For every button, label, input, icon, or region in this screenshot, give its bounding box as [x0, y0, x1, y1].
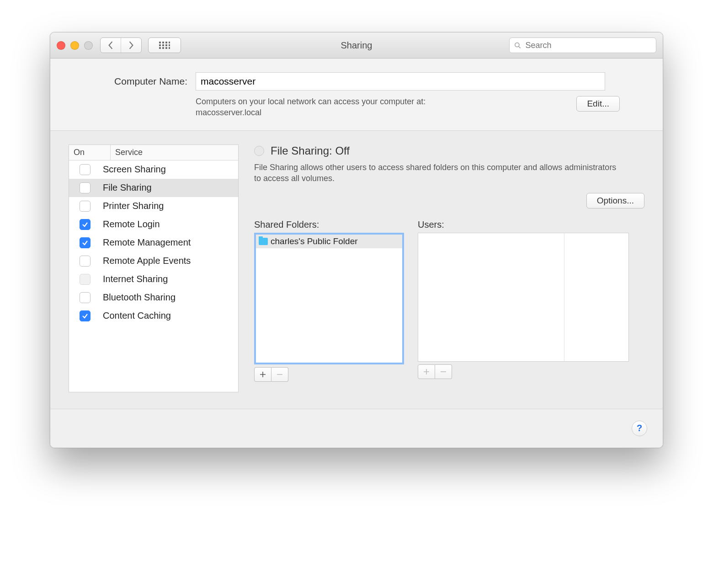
service-label: Bluetooth Sharing — [101, 292, 238, 303]
service-row[interactable]: Remote Apple Events — [69, 252, 238, 270]
svg-rect-11 — [169, 47, 170, 49]
minus-icon — [440, 368, 447, 375]
options-button[interactable]: Options... — [586, 193, 644, 208]
svg-rect-9 — [162, 47, 164, 49]
service-label: Remote Login — [101, 219, 238, 230]
nav-back-forward — [100, 37, 142, 53]
svg-rect-4 — [159, 44, 161, 46]
service-checkbox[interactable] — [80, 292, 90, 303]
service-detail: File Sharing: Off File Sharing allows ot… — [254, 144, 644, 392]
edit-computer-name-button[interactable]: Edit... — [576, 96, 620, 112]
service-label: File Sharing — [101, 182, 238, 193]
check-icon — [82, 240, 88, 246]
service-label: Printer Sharing — [101, 201, 238, 211]
service-row[interactable]: Internet Sharing — [69, 270, 238, 289]
service-row[interactable]: Remote Management — [69, 234, 238, 252]
grid-icon — [159, 42, 170, 49]
service-row[interactable]: Content Caching — [69, 307, 238, 325]
chevron-left-icon — [107, 41, 114, 49]
service-checkbox[interactable] — [80, 237, 90, 248]
status-description: File Sharing allows other users to acces… — [254, 162, 620, 184]
svg-rect-6 — [165, 44, 167, 46]
svg-rect-5 — [162, 44, 164, 46]
svg-rect-2 — [165, 42, 167, 43]
service-label: Remote Management — [101, 237, 238, 248]
svg-rect-7 — [169, 44, 170, 46]
service-header-on: On — [69, 145, 111, 160]
service-label: Remote Apple Events — [101, 256, 238, 266]
window-controls — [57, 41, 93, 50]
service-checkbox[interactable] — [80, 201, 90, 212]
svg-rect-1 — [162, 42, 164, 43]
show-all-button[interactable] — [148, 37, 181, 53]
titlebar: Sharing — [50, 32, 663, 59]
minus-icon — [276, 371, 283, 378]
svg-rect-8 — [159, 47, 161, 49]
users-column: Users: — [418, 219, 629, 382]
add-shared-folder-button[interactable] — [254, 367, 271, 382]
service-header-service: Service — [111, 145, 238, 160]
sharing-window: Sharing Computer Name: Computers on your… — [50, 32, 663, 448]
check-icon — [82, 313, 88, 319]
service-row[interactable]: Screen Sharing — [69, 160, 238, 179]
svg-rect-10 — [165, 47, 167, 49]
status-title: File Sharing: Off — [271, 144, 350, 157]
nav-back-button[interactable] — [101, 38, 121, 53]
svg-point-12 — [515, 43, 519, 47]
computer-name-section: Computer Name: Computers on your local n… — [50, 59, 663, 131]
status-indicator-icon — [254, 146, 264, 156]
zoom-window-button — [84, 41, 93, 50]
computer-name-description: Computers on your local network can acce… — [196, 96, 543, 118]
close-window-button[interactable] — [57, 41, 65, 50]
add-user-button[interactable] — [418, 364, 435, 379]
chevron-right-icon — [128, 41, 134, 49]
footer: ? — [50, 409, 663, 448]
service-list: On Service Screen SharingFile SharingPri… — [69, 144, 239, 392]
shared-folder-row[interactable]: charles's Public Folder — [256, 235, 402, 248]
service-checkbox — [80, 274, 90, 285]
service-row[interactable]: Printer Sharing — [69, 197, 238, 215]
svg-rect-3 — [169, 42, 170, 43]
users-list[interactable] — [418, 233, 629, 362]
minimize-window-button[interactable] — [70, 41, 79, 50]
check-icon — [82, 221, 88, 228]
svg-rect-0 — [159, 42, 161, 43]
service-row[interactable]: Bluetooth Sharing — [69, 289, 238, 307]
plus-icon — [259, 371, 266, 378]
service-checkbox[interactable] — [80, 182, 90, 193]
help-button[interactable]: ? — [632, 421, 647, 436]
service-row[interactable]: Remote Login — [69, 215, 238, 234]
service-checkbox[interactable] — [80, 219, 90, 230]
folder-icon — [259, 238, 268, 245]
main-section: On Service Screen SharingFile SharingPri… — [50, 131, 663, 409]
computer-name-label: Computer Name: — [69, 76, 187, 87]
service-checkbox[interactable] — [80, 164, 90, 175]
search-icon — [514, 42, 521, 49]
shared-folders-label: Shared Folders: — [254, 219, 404, 230]
service-label: Content Caching — [101, 310, 238, 321]
service-checkbox[interactable] — [80, 310, 90, 321]
users-label: Users: — [418, 219, 629, 230]
remove-shared-folder-button[interactable] — [271, 367, 288, 382]
search-field-container[interactable] — [509, 37, 656, 53]
service-checkbox[interactable] — [80, 256, 90, 267]
shared-folders-column: Shared Folders: charles's Public Folder — [254, 219, 404, 382]
plus-icon — [423, 368, 430, 375]
service-label: Internet Sharing — [101, 274, 238, 284]
computer-name-input[interactable] — [196, 72, 605, 91]
svg-line-13 — [519, 47, 521, 48]
search-input[interactable] — [525, 40, 651, 51]
shared-folder-name: charles's Public Folder — [271, 236, 358, 246]
remove-user-button[interactable] — [435, 364, 452, 379]
service-list-header: On Service — [69, 145, 238, 160]
shared-folders-list[interactable]: charles's Public Folder — [254, 233, 404, 364]
service-label: Screen Sharing — [101, 164, 238, 175]
service-row[interactable]: File Sharing — [69, 179, 238, 197]
nav-forward-button[interactable] — [121, 38, 141, 53]
